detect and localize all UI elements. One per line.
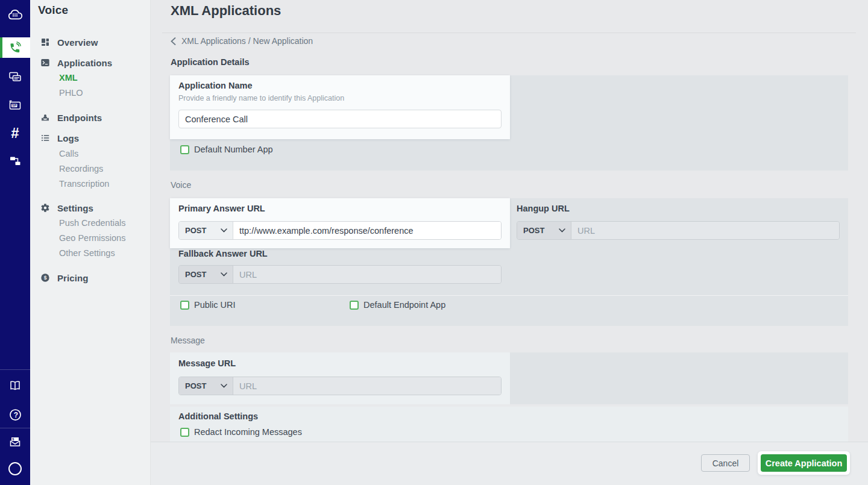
- sidebar-item-recordings[interactable]: Recordings: [59, 163, 103, 175]
- sidebar-item-calls[interactable]: Calls: [59, 148, 78, 160]
- redact-incoming-messages-label: Redact Incoming Messages: [194, 427, 302, 437]
- section-title-additional-settings: Additional Settings: [178, 411, 258, 421]
- fallback-answer-url-label: Fallback Answer URL: [178, 249, 268, 258]
- sidebar-item-logs[interactable]: Logs: [30, 131, 151, 145]
- application-name-label: Application Name: [178, 81, 252, 90]
- sip-trunking-icon[interactable]: SIP: [0, 93, 30, 117]
- sidebar-item-label: Geo Permissions: [59, 233, 125, 243]
- primary-answer-url-card: Primary Answer URL POST: [170, 198, 510, 248]
- sidebar-item-phlo[interactable]: PHLO: [59, 87, 83, 99]
- rail-divider: [0, 369, 30, 370]
- sidebar-item-applications[interactable]: Applications: [30, 56, 151, 69]
- back-chevron-icon: [171, 37, 176, 45]
- sidebar-item-label: Recordings: [59, 164, 103, 174]
- default-endpoint-app-label: Default Endpoint App: [363, 300, 445, 310]
- billing-icon[interactable]: $: [0, 430, 30, 454]
- voice-phone-icon[interactable]: [0, 37, 30, 58]
- list-icon: [40, 133, 50, 143]
- chevron-down-icon: [221, 384, 227, 388]
- hangup-url-control: POST: [517, 221, 840, 240]
- sidebar-item-geo-permissions[interactable]: Geo Permissions: [59, 232, 125, 244]
- svg-text:$: $: [12, 437, 14, 441]
- rail-divider: [0, 428, 30, 428]
- sidebar-title: Voice: [38, 4, 68, 17]
- sidebar-item-label: Transcription: [59, 179, 109, 189]
- sidebar-item-settings[interactable]: Settings: [30, 201, 151, 214]
- redact-incoming-messages-checkbox[interactable]: [180, 428, 189, 437]
- section-title-voice: Voice: [171, 180, 191, 190]
- sidebar-item-label: Logs: [57, 133, 79, 143]
- docs-icon[interactable]: [0, 374, 30, 398]
- form-footer: Cancel Create Application: [151, 442, 868, 485]
- help-icon[interactable]: ?: [0, 402, 30, 427]
- hangup-url-input[interactable]: [571, 222, 839, 239]
- dollar-icon: $: [40, 273, 50, 283]
- breadcrumb[interactable]: XML Applications / New Application: [171, 36, 313, 46]
- hangup-method-select[interactable]: POST: [517, 222, 571, 239]
- sidebar-item-label: Calls: [59, 149, 78, 158]
- dashboard-icon: [40, 37, 50, 48]
- title-divider: [162, 33, 856, 33]
- svg-text:?: ?: [13, 410, 17, 419]
- default-number-app-label: Default Number App: [194, 145, 273, 154]
- sidebar-item-label: Pricing: [57, 273, 89, 283]
- voice-sidebar: Voice Overview Applications XML: [30, 0, 151, 485]
- plivo-console: SIP # ?: [0, 0, 868, 485]
- account-avatar[interactable]: [0, 457, 30, 481]
- message-block: Message URL POST: [170, 352, 848, 404]
- chevron-down-icon: [221, 228, 227, 233]
- message-method-select[interactable]: POST: [179, 377, 233, 395]
- public-uri-checkbox[interactable]: [180, 301, 189, 310]
- chevron-down-icon: [221, 272, 227, 277]
- sidebar-item-endpoints[interactable]: Endpoints: [30, 111, 151, 124]
- phone-numbers-icon[interactable]: #: [0, 121, 30, 145]
- section-title-message: Message: [171, 336, 205, 345]
- primary-answer-url-control: POST: [178, 221, 502, 240]
- primary-method-select[interactable]: POST: [179, 222, 233, 239]
- sidebar-item-xml[interactable]: XML: [59, 72, 78, 84]
- sidebar-item-label: XML: [59, 73, 78, 83]
- default-number-app-checkbox[interactable]: [180, 145, 189, 154]
- sidebar-item-label: Push Credentials: [59, 218, 125, 228]
- sidebar-item-push-credentials[interactable]: Push Credentials: [59, 217, 125, 229]
- sidebar-item-label: Settings: [57, 203, 93, 213]
- gear-icon: [40, 203, 50, 213]
- cancel-button[interactable]: Cancel: [701, 454, 750, 472]
- primary-answer-url-input[interactable]: [233, 222, 501, 239]
- sidebar-item-label: Overview: [57, 37, 98, 48]
- message-url-label: Message URL: [178, 358, 236, 368]
- page-title: XML Applications: [171, 3, 281, 19]
- section-title-application-details: Application Details: [171, 57, 250, 67]
- public-uri-label: Public URI: [194, 300, 236, 310]
- terminal-icon: [40, 58, 50, 68]
- additional-settings-block: Additional Settings Redact Incoming Mess…: [170, 407, 848, 442]
- sidebar-item-pricing[interactable]: $ Pricing: [30, 271, 151, 284]
- create-application-highlight: Create Application: [758, 451, 850, 475]
- fallback-answer-url-control: POST: [178, 265, 502, 284]
- messaging-icon[interactable]: [0, 65, 30, 89]
- endpoint-icon: [40, 113, 50, 123]
- sidebar-item-overview[interactable]: Overview: [30, 36, 151, 49]
- message-url-control: POST: [178, 377, 502, 395]
- plivo-cloud-logo-icon[interactable]: [0, 3, 30, 27]
- sidebar-item-label: PHLO: [59, 88, 83, 98]
- sidebar-item-transcription[interactable]: Transcription: [59, 178, 109, 190]
- hangup-url-label: Hangup URL: [517, 204, 570, 213]
- application-name-input[interactable]: [178, 110, 502, 128]
- sidebar-item-label: Applications: [57, 58, 112, 68]
- sidebar-item-other-settings[interactable]: Other Settings: [59, 247, 115, 259]
- fallback-method-select[interactable]: POST: [179, 266, 233, 283]
- application-name-card: Application Name Provide a friendly name…: [170, 75, 510, 139]
- message-url-input[interactable]: [233, 377, 501, 395]
- application-name-help: Provide a friendly name to identify this…: [178, 94, 344, 102]
- svg-text:SIP: SIP: [12, 104, 16, 107]
- sidebar-item-label: Endpoints: [57, 113, 102, 123]
- phlo-icon[interactable]: [0, 149, 30, 173]
- voice-block-divider: [170, 295, 848, 296]
- sidebar-item-label: Other Settings: [59, 248, 115, 258]
- fallback-answer-url-input[interactable]: [233, 266, 501, 283]
- product-rail: SIP # ?: [0, 0, 30, 485]
- default-endpoint-app-checkbox[interactable]: [350, 301, 359, 310]
- chevron-down-icon: [559, 228, 565, 233]
- create-application-button[interactable]: Create Application: [761, 454, 847, 472]
